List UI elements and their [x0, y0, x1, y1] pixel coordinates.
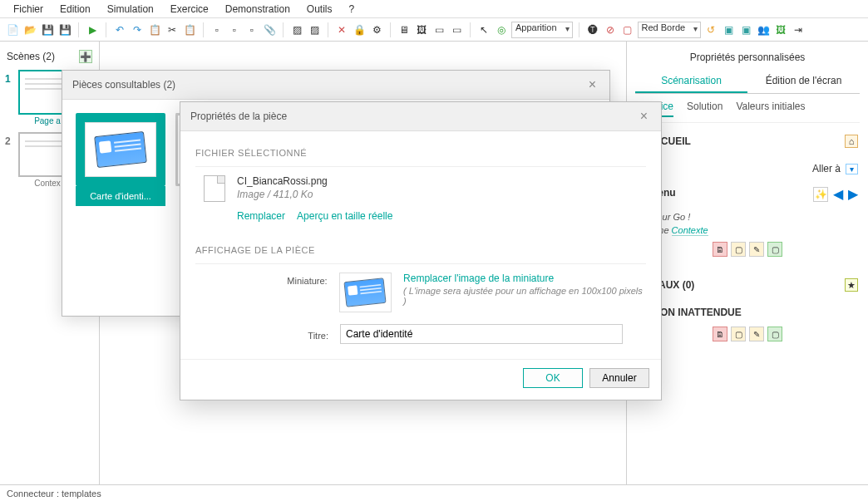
separator-icon: [203, 22, 204, 37]
file-icon: [204, 175, 225, 202]
border-combo[interactable]: Red Borde: [638, 22, 702, 38]
separator-icon: [390, 22, 391, 37]
scenes-header: Scènes (2): [7, 51, 55, 62]
cross-tools-icon[interactable]: ✕: [334, 22, 349, 37]
menu-demo[interactable]: Demonstration: [219, 2, 297, 17]
magic-wand-icon[interactable]: ✨: [813, 187, 828, 202]
layer-back-icon[interactable]: ▣: [738, 22, 753, 37]
people-icon[interactable]: 👥: [756, 22, 771, 37]
attachment-icon[interactable]: 📎: [262, 22, 277, 37]
piece-properties-title: Propriétés de la pièce: [190, 111, 287, 122]
prev-arrow-icon[interactable]: ◀: [833, 186, 843, 202]
revert-icon[interactable]: ↺: [703, 22, 718, 37]
close-icon[interactable]: ×: [585, 77, 599, 92]
settings-icon[interactable]: ⚙: [369, 22, 384, 37]
display-heading: AFFICHAGE DE LA PIÈCE: [195, 238, 646, 264]
preview-fullsize-link[interactable]: Aperçu en taille réelle: [297, 210, 392, 222]
pencil-box-icon[interactable]: ✎: [749, 242, 764, 257]
picture-icon[interactable]: 🖼: [773, 22, 788, 37]
toolbar: 📄 📂 💾 💾 ▶ ↶ ↷ 📋 ✂ 📋 ▫ ▫ ▫ 📎 ▨ ▨ ✕ 🔒 ⚙ 🖥 …: [0, 18, 868, 42]
placeholder-icon[interactable]: ▭: [449, 22, 464, 37]
target-icon[interactable]: ◎: [494, 22, 509, 37]
tab-edition-ecran[interactable]: Édition de l'écran: [747, 70, 860, 93]
menu-simulation[interactable]: Simulation: [101, 2, 160, 17]
replace-file-link[interactable]: Remplacer: [237, 210, 285, 222]
cut-icon[interactable]: ✂: [165, 22, 180, 37]
home-icon[interactable]: ⌂: [845, 135, 858, 148]
copy-icon[interactable]: 📋: [147, 22, 162, 37]
open-icon[interactable]: 📂: [22, 22, 37, 37]
paste-icon[interactable]: 📋: [182, 22, 197, 37]
menu-file[interactable]: Fichier: [7, 2, 50, 17]
edit-box-icon[interactable]: ▢: [731, 242, 746, 257]
cursor-icon[interactable]: ↖: [476, 22, 491, 37]
titre-input[interactable]: [340, 324, 623, 344]
collapse-icon[interactable]: ⇥: [791, 22, 806, 37]
cancel-button[interactable]: Annuler: [589, 368, 649, 388]
next-arrow-icon[interactable]: ▶: [848, 186, 858, 202]
tool-a-icon[interactable]: ▨: [289, 22, 304, 37]
undo-icon[interactable]: ↶: [112, 22, 127, 37]
save-all-icon[interactable]: 💾: [57, 22, 72, 37]
menu-bar: Fichier Edition Simulation Exercice Demo…: [0, 0, 868, 18]
save-icon[interactable]: 💾: [40, 22, 55, 37]
separator-icon: [78, 22, 79, 37]
piece-card[interactable]: Carte d'identi...: [76, 113, 165, 302]
pencil-box-icon[interactable]: ✎: [749, 327, 764, 341]
status-bar: Connecteur : templates: [0, 484, 868, 501]
file-name: CI_BiancaRossi.png: [237, 175, 392, 187]
section-action-inattendue: ACTION INATTENDUE 🗎 ▢ ✎ ▢: [635, 303, 860, 341]
pdf-icon[interactable]: 🗎: [713, 327, 727, 341]
new-icon[interactable]: 📄: [5, 22, 20, 37]
frame-icon[interactable]: ▭: [432, 22, 446, 37]
monitor-icon[interactable]: 🖥: [397, 22, 412, 37]
separator-icon: [328, 22, 328, 37]
properties-title: Propriétés personnalisées: [635, 48, 860, 70]
subtab-solution[interactable]: Solution: [687, 101, 723, 117]
menu-tools[interactable]: Outils: [300, 2, 339, 17]
miniature-preview: [339, 273, 392, 312]
noentry-icon[interactable]: ⊘: [603, 22, 618, 37]
layer-front-icon[interactable]: ▣: [721, 22, 736, 37]
goto-label: Aller à: [812, 163, 841, 174]
play-icon[interactable]: ▶: [85, 22, 100, 37]
context-link[interactable]: Contexte: [672, 225, 708, 236]
file-meta: Image / 411,0 Ko: [237, 189, 392, 200]
pdf-icon[interactable]: 🗎: [713, 242, 727, 257]
detail-scene-line: a scène Contexte: [637, 223, 858, 237]
pieces-dialog-title: Pièces consultables (2): [72, 79, 175, 91]
subtab-valeurs[interactable]: Valeurs initiales: [736, 101, 805, 117]
image-icon[interactable]: 🖼: [414, 22, 429, 37]
section-content: (1) Aller à ▾ contenu ✨ ◀ ▶ quer sur Go …: [635, 160, 860, 267]
star-icon[interactable]: ★: [845, 278, 858, 292]
separator-icon: [106, 22, 106, 37]
thumbnail-hint: ( L'image sera ajustée pour un affichage…: [403, 286, 646, 306]
menu-help[interactable]: ?: [343, 2, 362, 17]
close-icon[interactable]: ×: [637, 109, 651, 124]
add-scene-icon[interactable]: ➕: [79, 50, 92, 63]
redo-icon[interactable]: ↷: [130, 22, 145, 37]
menu-edit[interactable]: Edition: [53, 2, 97, 17]
slide-dup-icon[interactable]: ▫: [244, 22, 259, 37]
border-color-icon[interactable]: ▢: [620, 22, 635, 37]
image-box-icon[interactable]: ▢: [767, 327, 782, 341]
tool-b-icon[interactable]: ▨: [307, 22, 322, 37]
status-text: Connecteur : templates: [7, 489, 101, 499]
separator-icon: [283, 22, 284, 37]
slide-add-icon[interactable]: ▫: [210, 22, 224, 37]
tab-scenarisation[interactable]: Scénarisation: [635, 70, 747, 93]
replace-thumbnail-link[interactable]: Remplacer l'image de la miniature: [403, 273, 646, 284]
lock-icon[interactable]: 🔒: [352, 22, 367, 37]
menu-exercice[interactable]: Exercice: [164, 2, 215, 17]
edit-box-icon[interactable]: ▢: [731, 327, 746, 341]
image-box-icon[interactable]: ▢: [767, 242, 782, 257]
text-tool-icon[interactable]: 🅣: [585, 22, 600, 37]
section-accueil: D'ACCUEIL ⌂: [635, 131, 860, 151]
separator-icon: [470, 22, 471, 37]
slide-play-icon[interactable]: ▫: [227, 22, 242, 37]
apparition-combo[interactable]: Apparition: [511, 22, 573, 38]
goto-dropdown[interactable]: ▾: [846, 164, 858, 174]
piece-label: Carte d'identi...: [76, 186, 165, 206]
titre-label: Titre:: [195, 327, 328, 341]
ok-button[interactable]: OK: [523, 368, 583, 388]
